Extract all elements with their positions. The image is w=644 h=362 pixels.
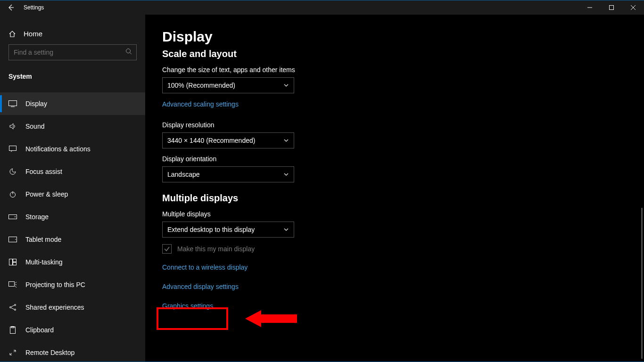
sidebar-item-sound[interactable]: Sound xyxy=(0,115,145,138)
sidebar-item-tablet-mode[interactable]: Tablet mode xyxy=(0,228,145,251)
sidebar-nav: Display Sound Notifications & actions Fo… xyxy=(0,92,145,362)
home-label: Home xyxy=(24,30,42,38)
sidebar-item-label: Power & sleep xyxy=(25,190,68,198)
main-display-checkbox-row: Make this my main display xyxy=(162,244,644,254)
sidebar-group-title: System xyxy=(0,69,145,85)
svg-rect-9 xyxy=(9,259,13,265)
scrollbar[interactable] xyxy=(641,208,643,359)
sidebar-item-label: Display xyxy=(25,100,47,107)
sidebar-item-display[interactable]: Display xyxy=(0,92,145,115)
multi-value: Extend desktop to this display xyxy=(167,226,255,233)
resolution-value: 3440 × 1440 (Recommended) xyxy=(167,137,255,144)
sidebar-item-label: Remote Desktop xyxy=(25,349,74,356)
maximize-icon xyxy=(609,5,614,10)
back-button[interactable] xyxy=(0,0,22,15)
sidebar-item-label: Focus assist xyxy=(25,168,62,175)
svg-rect-2 xyxy=(9,101,17,106)
sidebar-item-label: Sound xyxy=(25,123,44,130)
scale-dropdown[interactable]: 100% (Recommended) xyxy=(162,77,294,93)
window-controls xyxy=(579,0,644,15)
window-title: Settings xyxy=(22,4,44,11)
scale-label: Change the size of text, apps and other … xyxy=(162,66,644,74)
svg-rect-10 xyxy=(13,259,17,262)
section-multiple-displays: Multiple displays xyxy=(162,193,644,204)
orientation-label: Display orientation xyxy=(162,155,644,163)
maximize-button[interactable] xyxy=(601,0,622,15)
orientation-value: Landscape xyxy=(167,171,200,178)
sidebar-item-notifications[interactable]: Notifications & actions xyxy=(0,138,145,160)
svg-rect-3 xyxy=(9,146,17,151)
svg-point-15 xyxy=(15,309,16,311)
close-button[interactable] xyxy=(622,0,644,15)
annotation-highlight-box xyxy=(157,307,228,330)
main-display-checkbox-label: Make this my main display xyxy=(177,245,255,253)
svg-rect-0 xyxy=(610,6,614,10)
resolution-label: Display resolution xyxy=(162,121,644,129)
scale-value: 100% (Recommended) xyxy=(167,82,235,89)
connect-wireless-link[interactable]: Connect to a wireless display xyxy=(162,263,248,271)
svg-point-13 xyxy=(10,307,11,308)
chevron-down-icon xyxy=(283,138,289,143)
section-scale-layout: Scale and layout xyxy=(162,49,644,59)
sidebar-item-label: Clipboard xyxy=(25,326,54,334)
svg-point-8 xyxy=(15,239,16,240)
sidebar-item-shared-experiences[interactable]: Shared experiences xyxy=(0,296,145,319)
multi-label: Multiple displays xyxy=(162,210,644,218)
svg-point-1 xyxy=(126,49,131,53)
advanced-display-link[interactable]: Advanced display settings xyxy=(162,283,239,290)
multi-dropdown[interactable]: Extend desktop to this display xyxy=(162,222,294,238)
power-icon xyxy=(8,190,17,198)
main-display-checkbox xyxy=(162,244,172,254)
search-input[interactable] xyxy=(8,44,137,60)
clipboard-icon xyxy=(8,326,17,334)
home-button[interactable]: Home xyxy=(0,26,145,44)
sidebar-item-clipboard[interactable]: Clipboard xyxy=(0,319,145,341)
sidebar-item-label: Shared experiences xyxy=(25,304,84,311)
remote-desktop-icon xyxy=(8,349,17,356)
home-icon xyxy=(8,30,16,38)
sidebar-item-focus-assist[interactable]: Focus assist xyxy=(0,160,145,183)
svg-point-14 xyxy=(15,304,16,306)
notifications-icon xyxy=(8,146,17,152)
storage-icon xyxy=(8,214,17,219)
chevron-down-icon xyxy=(283,227,289,232)
advanced-scaling-link[interactable]: Advanced scaling settings xyxy=(162,100,239,108)
sound-icon xyxy=(8,123,17,130)
sidebar-item-label: Storage xyxy=(25,213,49,221)
svg-rect-11 xyxy=(13,263,17,265)
minimize-icon xyxy=(587,5,592,10)
page-title: Display xyxy=(162,29,644,45)
sidebar-item-label: Projecting to this PC xyxy=(25,281,85,288)
svg-point-6 xyxy=(15,216,16,217)
title-bar: Settings xyxy=(0,0,644,15)
projecting-icon xyxy=(8,281,17,288)
chevron-down-icon xyxy=(283,172,289,177)
sidebar-item-multitasking[interactable]: Multi-tasking xyxy=(0,251,145,273)
sidebar-item-storage[interactable]: Storage xyxy=(0,206,145,228)
sidebar-item-label: Tablet mode xyxy=(25,236,61,243)
sidebar: Home System Display Sound Notificatio xyxy=(0,15,145,362)
check-icon xyxy=(164,246,170,252)
display-icon xyxy=(8,100,17,107)
focus-assist-icon xyxy=(8,168,17,175)
chevron-down-icon xyxy=(283,82,289,88)
sidebar-item-projecting[interactable]: Projecting to this PC xyxy=(0,273,145,296)
sidebar-item-label: Notifications & actions xyxy=(25,145,91,153)
back-arrow-icon xyxy=(7,4,15,11)
orientation-dropdown[interactable]: Landscape xyxy=(162,166,294,182)
search-icon xyxy=(125,48,132,55)
sidebar-item-remote-desktop[interactable]: Remote Desktop xyxy=(0,341,145,362)
minimize-button[interactable] xyxy=(579,0,601,15)
sidebar-item-label: Multi-tasking xyxy=(25,258,63,266)
tablet-icon xyxy=(8,237,17,242)
shared-icon xyxy=(8,304,17,311)
resolution-dropdown[interactable]: 3440 × 1440 (Recommended) xyxy=(162,132,294,148)
multitasking-icon xyxy=(8,259,17,265)
svg-rect-12 xyxy=(9,282,15,287)
search-wrap xyxy=(8,44,137,60)
close-icon xyxy=(631,5,636,10)
sidebar-item-power-sleep[interactable]: Power & sleep xyxy=(0,183,145,206)
